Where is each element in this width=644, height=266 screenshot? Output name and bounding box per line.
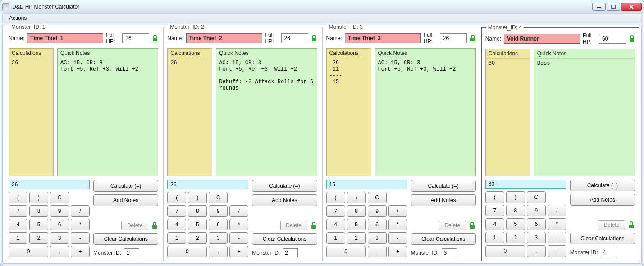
keypad-k8[interactable]: 8 [506, 205, 525, 216]
keypad-k2[interactable]: 2 [506, 232, 525, 243]
add-notes-button[interactable]: Add Notes [252, 194, 317, 206]
keypad-k5[interactable]: 5 [506, 218, 525, 230]
lock-icon[interactable] [470, 34, 476, 42]
keypad-add[interactable]: + [71, 246, 90, 257]
keypad-k6[interactable]: 6 [527, 218, 546, 230]
keypad-sub[interactable]: - [71, 232, 90, 244]
name-input[interactable] [504, 34, 580, 44]
keypad-mul[interactable]: * [229, 219, 248, 230]
keypad-add[interactable]: + [388, 246, 407, 257]
keypad-k9[interactable]: 9 [527, 205, 546, 216]
name-input[interactable] [27, 33, 103, 43]
keypad-sub[interactable]: - [548, 232, 566, 243]
clear-calculations-button[interactable]: Clear Calculations [252, 233, 317, 245]
keypad-lparen[interactable]: ( [9, 192, 27, 203]
add-notes-button[interactable]: Add Notes [411, 194, 476, 206]
calculate-button[interactable]: Calculate (=) [252, 180, 317, 192]
keypad-div[interactable]: / [548, 205, 566, 216]
keypad-k3[interactable]: 3 [209, 232, 228, 244]
keypad-dot[interactable]: . [368, 246, 387, 257]
keypad-add[interactable]: + [548, 245, 566, 257]
delete-button[interactable]: Delete [121, 221, 148, 230]
add-notes-button[interactable]: Add Notes [93, 194, 158, 206]
keypad-k9[interactable]: 9 [209, 205, 228, 217]
keypad-rparen[interactable]: ) [347, 192, 366, 203]
fullhp-input[interactable] [440, 33, 467, 43]
keypad-k5[interactable]: 5 [347, 219, 366, 230]
keypad-k5[interactable]: 5 [188, 219, 207, 230]
lock-icon[interactable] [152, 34, 158, 42]
keypad-k8[interactable]: 8 [347, 205, 366, 217]
name-input[interactable] [345, 33, 421, 43]
clear-calculations-button[interactable]: Clear Calculations [570, 233, 635, 244]
display-input[interactable] [9, 180, 90, 189]
keypad-div[interactable]: / [71, 205, 90, 217]
keypad-k6[interactable]: 6 [209, 219, 228, 230]
keypad-k2[interactable]: 2 [347, 232, 366, 244]
keypad-k7[interactable]: 7 [485, 205, 504, 216]
keypad-clear[interactable]: C [527, 191, 546, 203]
monster-id-input[interactable] [601, 248, 616, 257]
keypad-0[interactable]: 0 [167, 246, 207, 257]
keypad-k2[interactable]: 2 [188, 232, 207, 244]
delete-button[interactable]: Delete [280, 221, 307, 230]
keypad-0[interactable]: 0 [326, 246, 366, 257]
keypad-rparen[interactable]: ) [29, 192, 48, 203]
delete-button[interactable]: Delete [598, 220, 625, 230]
minimize-button[interactable] [592, 3, 606, 11]
clear-calculations-button[interactable]: Clear Calculations [411, 233, 476, 245]
keypad-k3[interactable]: 3 [368, 232, 387, 244]
fullhp-input[interactable] [281, 33, 308, 43]
delete-button[interactable]: Delete [439, 221, 466, 230]
calculate-button[interactable]: Calculate (=) [570, 180, 635, 191]
monster-id-input[interactable] [442, 248, 457, 257]
monster-id-input[interactable] [124, 248, 139, 257]
keypad-k4[interactable]: 4 [9, 219, 27, 230]
keypad-add[interactable]: + [229, 246, 248, 257]
keypad-sub[interactable]: - [388, 232, 407, 244]
lock-icon[interactable] [628, 221, 635, 229]
keypad-clear[interactable]: C [209, 192, 228, 203]
lock-icon[interactable] [311, 34, 317, 42]
display-input[interactable] [326, 180, 407, 189]
keypad-lparen[interactable]: ( [326, 192, 345, 203]
keypad-clear[interactable]: C [50, 192, 69, 203]
keypad-k7[interactable]: 7 [167, 205, 186, 217]
keypad-k1[interactable]: 1 [485, 232, 504, 243]
keypad-k8[interactable]: 8 [29, 205, 48, 217]
keypad-dot[interactable]: . [50, 246, 69, 257]
keypad-div[interactable]: / [388, 205, 407, 217]
keypad-rparen[interactable]: ) [188, 192, 207, 203]
keypad-mul[interactable]: * [71, 219, 90, 230]
keypad-0[interactable]: 0 [485, 245, 525, 257]
calculate-button[interactable]: Calculate (=) [411, 180, 476, 192]
maximize-button[interactable] [607, 3, 620, 11]
lock-icon[interactable] [151, 221, 158, 230]
keypad-k9[interactable]: 9 [50, 205, 69, 217]
keypad-k1[interactable]: 1 [9, 232, 27, 244]
display-input[interactable] [485, 180, 566, 189]
close-button[interactable] [621, 3, 642, 11]
keypad-k4[interactable]: 4 [485, 218, 504, 230]
lock-icon[interactable] [469, 221, 476, 230]
monster-id-input[interactable] [283, 248, 298, 257]
display-input[interactable] [167, 180, 248, 189]
keypad-lparen[interactable]: ( [485, 191, 504, 203]
keypad-k9[interactable]: 9 [368, 205, 387, 217]
keypad-mul[interactable]: * [548, 218, 566, 230]
keypad-k7[interactable]: 7 [326, 205, 345, 217]
lock-icon[interactable] [310, 221, 317, 230]
lock-icon[interactable] [629, 35, 635, 43]
keypad-k3[interactable]: 3 [50, 232, 69, 244]
keypad-sub[interactable]: - [229, 232, 248, 244]
keypad-k3[interactable]: 3 [527, 232, 546, 243]
calculate-button[interactable]: Calculate (=) [93, 180, 158, 192]
add-notes-button[interactable]: Add Notes [570, 194, 635, 206]
clear-calculations-button[interactable]: Clear Calculations [93, 233, 158, 245]
keypad-0[interactable]: 0 [9, 246, 48, 257]
fullhp-input[interactable] [599, 34, 626, 44]
fullhp-input[interactable] [122, 33, 149, 43]
name-input[interactable] [186, 33, 262, 43]
keypad-k8[interactable]: 8 [188, 205, 207, 217]
keypad-mul[interactable]: * [388, 219, 407, 230]
